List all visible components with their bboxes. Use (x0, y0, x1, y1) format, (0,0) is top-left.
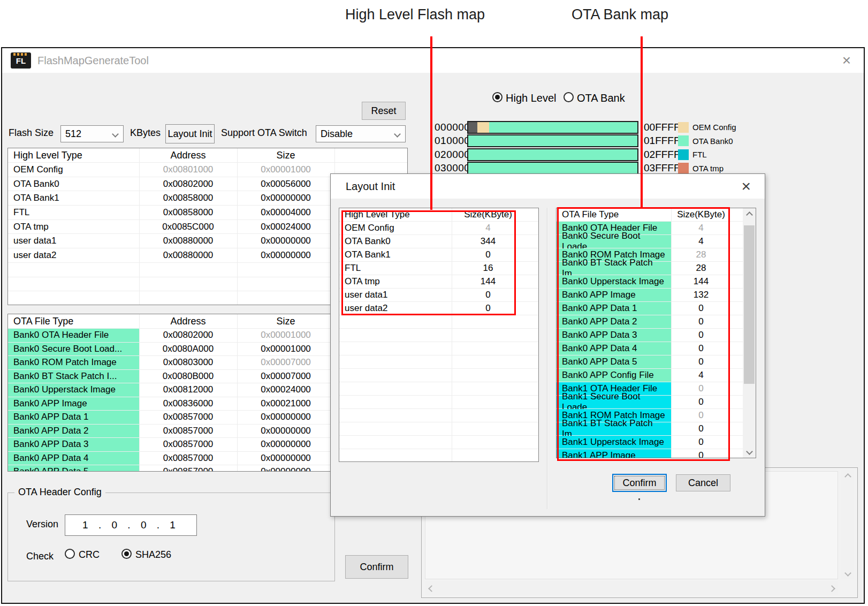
flash-map: 000000 010000 020000 030000 (435, 120, 638, 175)
table-row[interactable]: Bank1 BT Stack Patch Im... 0 (557, 422, 743, 436)
dialog-cancel-button[interactable]: Cancel (676, 474, 730, 491)
crc-radio-label[interactable]: CRC (79, 549, 100, 560)
cell-size: 0x00000000 (237, 466, 334, 472)
high-level-radio[interactable] (492, 92, 502, 102)
scroll-down-button[interactable] (841, 566, 854, 579)
cell-size: 132 (671, 290, 731, 300)
version-input[interactable]: 1 . 0 . 0 . 1 (65, 514, 197, 536)
ota-bank-radio[interactable] (564, 92, 574, 102)
cell-size: 0 (671, 397, 731, 407)
scroll-down-button[interactable] (743, 445, 756, 458)
cell-type: OEM Config (8, 163, 139, 177)
table-row[interactable]: Bank1 APP Image 0 (557, 449, 743, 458)
table-row[interactable]: Bank1 Upperstack Image 0 (557, 436, 743, 449)
confirm-button[interactable]: Confirm (345, 555, 408, 579)
ota-switch-select[interactable]: Disable (316, 125, 406, 142)
table-row[interactable]: Bank0 APP Data 4 0 (557, 342, 743, 355)
table-row[interactable]: Bank0 APP Data 5 0 (557, 355, 743, 369)
legend-swatch (678, 149, 689, 160)
cell-type: Bank1 BT Stack Patch Im... (557, 422, 671, 435)
chevron-down-icon (112, 131, 119, 138)
cell-type: Bank0 APP Data 5 (8, 465, 139, 472)
reserved-segment (468, 122, 477, 133)
sha256-radio-label[interactable]: SHA256 (135, 549, 171, 560)
legend-name: OTA Bank0 (692, 137, 733, 146)
dialog-confirm-button[interactable]: Confirm (612, 474, 667, 492)
cell-type: Bank0 APP Image (557, 289, 671, 301)
horizontal-scrollbar[interactable] (425, 581, 838, 595)
cell-size: 0 (452, 249, 524, 260)
table-row[interactable]: Bank0 APP Data 1 0 (557, 302, 743, 315)
cell-size: 0 (452, 290, 524, 300)
table-row[interactable]: Bank0 APP Config File 4 (557, 369, 743, 382)
ota-bank-radio-label[interactable]: OTA Bank (577, 92, 625, 104)
reset-button[interactable]: Reset (362, 102, 406, 120)
cell-type: Bank0 BT Stack Patch I... (8, 370, 139, 383)
table-row[interactable]: OTA tmp 144 (339, 275, 538, 289)
cell-size: 0x00007000 (237, 371, 334, 382)
cell-size: 344 (452, 236, 524, 247)
check-label: Check (26, 551, 54, 562)
start-address-label: 030000 (435, 162, 467, 174)
cell-size: 0 (671, 410, 731, 421)
cell-size: 0 (671, 423, 731, 434)
cell-type: Bank0 BT Stack Patch Im... (557, 262, 671, 275)
table-row[interactable]: OEM Config 4 (339, 222, 538, 235)
scroll-up-button[interactable] (841, 470, 854, 483)
cell-type: user data1 (339, 289, 452, 301)
cell-type: Bank0 APP Data 1 (8, 411, 139, 424)
table-row[interactable]: FTL 16 (339, 262, 538, 275)
table-row[interactable]: Bank0 APP Data 2 0 (557, 315, 743, 329)
table-row[interactable]: OTA Bank1 0 (339, 248, 538, 262)
layout-init-button[interactable]: Layout Init (165, 124, 215, 143)
scroll-up-button[interactable] (743, 208, 756, 221)
cell-size: 0 (671, 437, 731, 448)
cell-type: OTA Bank1 (339, 248, 452, 261)
table-row[interactable]: Bank0 APP Image 132 (557, 289, 743, 302)
sha256-radio[interactable] (121, 549, 132, 559)
scrollbar-thumb[interactable] (744, 225, 755, 384)
cell-type: FTL (8, 206, 139, 219)
window-close-button[interactable]: × (842, 53, 851, 68)
start-address-label: 000000 (435, 122, 467, 133)
cell-size: 0x00001000 (237, 164, 334, 175)
table-row[interactable]: Bank1 Secure Boot Loade... 0 (557, 396, 743, 409)
high-level-table-header: High Level Type Address Size (8, 148, 407, 163)
table-row[interactable]: Bank0 BT Stack Patch Im... 28 (557, 262, 743, 275)
cell-type: Bank0 Upperstack Image (557, 275, 671, 288)
table-row[interactable]: user data2 0 (339, 302, 538, 315)
start-address-label: 010000 (435, 135, 467, 147)
cell-size: 144 (671, 276, 731, 287)
cell-size: 0x00000000 (237, 426, 334, 436)
chevron-down-icon (394, 131, 401, 138)
table-row[interactable]: Bank0 APP Data 3 0 (557, 329, 743, 342)
table-row[interactable]: Bank0 Secure Boot Loade... 4 (557, 235, 743, 248)
end-address-label: 03FFFF (644, 162, 678, 174)
cell-type: Bank1 Secure Boot Loade... (557, 396, 671, 408)
table-row[interactable]: OTA Bank0 344 (339, 235, 538, 248)
scroll-right-button[interactable] (825, 582, 838, 595)
flash-size-select[interactable]: 512 (60, 125, 124, 142)
cell-type: OTA Bank0 (339, 235, 452, 248)
chevron-down-icon (746, 448, 753, 455)
crc-radio[interactable] (65, 549, 75, 559)
cell-address: 0x00880000 (139, 250, 237, 261)
cell-type: Bank0 Secure Boot Load... (8, 343, 139, 356)
dialog-high-level-table: High Level Type Size(KByte) OEM Config 4… (339, 208, 539, 462)
dialog-vertical-scrollbar[interactable] (743, 208, 756, 458)
table-row[interactable]: Bank0 Upperstack Image 144 (557, 275, 743, 289)
dialog-close-button[interactable]: × (741, 178, 751, 194)
cell-type: Bank0 APP Data 3 (8, 438, 139, 451)
high-level-radio-label[interactable]: High Level (506, 92, 557, 104)
cell-address: 0x00857000 (139, 466, 237, 472)
end-address-label: 02FFFF (644, 149, 678, 161)
chevron-right-icon (828, 585, 835, 592)
cell-type: OEM Config (339, 222, 452, 234)
oem-config-segment (477, 122, 489, 133)
scroll-left-button[interactable] (425, 582, 438, 595)
vertical-scrollbar[interactable] (841, 470, 854, 579)
cell-size: 28 (671, 249, 731, 260)
cell-size: 0 (671, 343, 731, 354)
table-row[interactable]: user data1 0 (339, 289, 538, 302)
cell-size: 0 (452, 303, 524, 314)
